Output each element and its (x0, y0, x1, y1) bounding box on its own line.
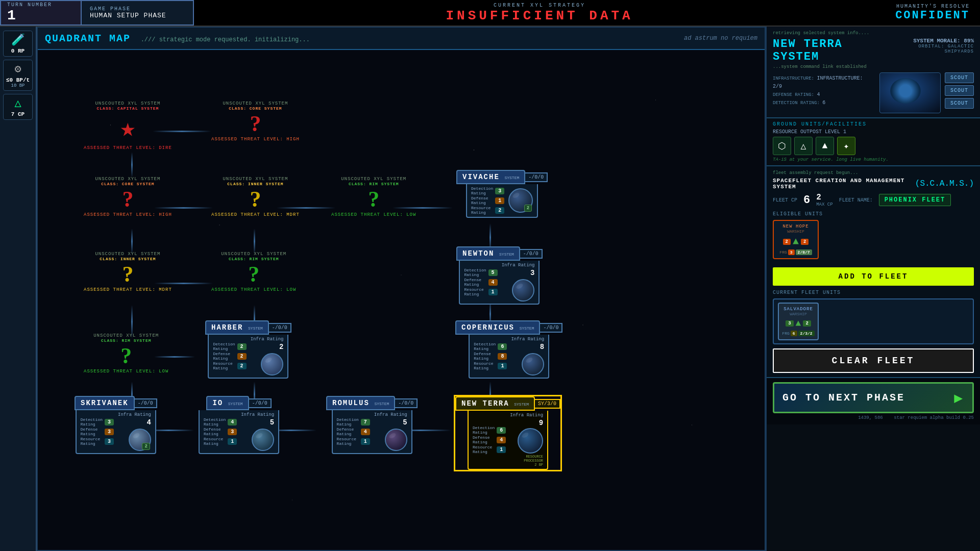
unscouted-sys-7[interactable]: UNSCOUTED XYL SYSTEM CLASS: RIM SYSTEM ?… (211, 252, 296, 292)
qmark-symbol-u8: ? (120, 345, 132, 367)
unscouted-sys-2[interactable]: UNSCOUTED XYL SYSTEM CLASS: CORE SYSTEM … (211, 101, 300, 142)
newton-detect: 5 (488, 269, 498, 276)
newton-resource: 1 (488, 289, 498, 295)
unscouted-sys-4[interactable]: UNSCOUTED XYL SYSTEM CLASS: INNER SYSTEM… (211, 177, 300, 217)
romulus-system[interactable]: ROMULUS SYSTEM -/0/0 DetectionRating7 De… (326, 396, 418, 454)
next-phase-arrow-icon: ▶ (954, 389, 964, 407)
skrivanek-system[interactable]: SKRIVANEK -/0/0 DetectionRating3 Defense… (75, 396, 157, 454)
scout-buttons: SCOUT SCOUT SCOUT (945, 72, 974, 109)
threat-u1: ASSESSED THREAT LEVEL: DIRE (84, 145, 172, 151)
newterra-detect: 6 (497, 427, 506, 434)
unscouted-sys-1[interactable]: UNSCOUTED XYL SYSTEM CLASS: CAPITAL SYST… (84, 101, 172, 151)
unscouted-sys-8[interactable]: UNSCOUTED XYL SYSTEM CLASS: RIM SYSTEM ?… (84, 333, 168, 374)
fleet-unit-card[interactable]: SALVADORE WARSHIP 3 ▲ 2 FRG 6 2/3/2 (773, 298, 974, 344)
copernicus-system[interactable]: COPERNICUS SYSTEM -/0/0 DetectionRating6… (455, 320, 562, 379)
romulus-sub: SYSTEM (374, 402, 389, 406)
romulus-body: DetectionRating7 DefenseRating4 Resource… (332, 410, 412, 454)
io-resource: 1 (228, 438, 237, 445)
fleet-name-val: PHOENIX FLEET (879, 194, 951, 206)
sys-class-u4: CLASS: INNER SYSTEM (223, 182, 288, 186)
add-to-fleet-button[interactable]: ADD TO FLEET (773, 267, 974, 286)
newterra-fleet: SY/3/0 (535, 399, 560, 409)
cp-value: 7 CP (11, 111, 24, 117)
eligible-unit-card[interactable]: NEW HOPE WARSHIP 2 ▲ 2 FRG 3 2/8/7 (773, 220, 819, 259)
newton-body: DetectionRating5 DefenseRating4 Resource… (459, 261, 540, 305)
fleet-name-label: FLEET NAME: (839, 197, 873, 203)
harber-detect: 2 (237, 343, 247, 350)
unit-frg-val: 3 (788, 249, 795, 255)
unscouted-sys-3[interactable]: UNSCOUTED XYL SYSTEM CLASS: CORE SYSTEM … (84, 177, 172, 217)
newterra-system[interactable]: NEW TERRA SYSTEM SY/3/0 DetectionRating6… (454, 395, 562, 471)
scams-panel: fleet assembly request begun... SPACEFLE… (767, 166, 980, 378)
left-sidebar: 🧪 0 RP ⚙ ≤0 BP/t 10 BP △ 7 CP (0, 27, 37, 551)
vivache-title: VIVACHE (462, 173, 500, 181)
fleet-unit-cp2: 2 (803, 320, 811, 327)
eligible-label: ELIGIBLE UNITS (773, 211, 974, 217)
map-subtitle: ./// strategic mode requested. initializ… (141, 36, 310, 43)
flask-icon: 🧪 (11, 33, 25, 47)
map-title-group: QUADRANT MAP ./// strategic mode request… (45, 33, 310, 44)
fleet-unit-triangle: ▲ (796, 318, 801, 329)
newton-system[interactable]: NEWTON SYSTEM -/0/0 DetectionRating5 Def… (456, 246, 543, 305)
io-planet: Infra Rating 5 (241, 412, 274, 451)
newton-header: NEWTON SYSTEM (456, 246, 520, 261)
fleet-unit-inner: SALVADORE WARSHIP 3 ▲ 2 FRG 6 2/3/2 (778, 303, 819, 340)
newterra-body: DetectionRating6 DefenseRating4 Resource… (468, 411, 548, 470)
phase-block: GAME PHASE HUMAN SETUP PHASE (82, 0, 194, 26)
threat-u6: ASSESSED THREAT LEVEL: MDRT (84, 287, 172, 292)
qmark-symbol-u6: ? (122, 263, 133, 286)
copernicus-detect: 6 (498, 343, 507, 350)
unit-card-bottom-stats: FRG 3 2/8/7 (779, 249, 812, 255)
detection-value: 6 (822, 100, 825, 106)
vivache-fleet: -/0/0 (525, 172, 548, 182)
unit-triangle-icon: ▲ (793, 236, 799, 247)
sys-class-u2: CLASS: CORE SYSTEM (223, 106, 288, 111)
sys-label-u2: UNSCOUTED XYL SYSTEM CLASS: CORE SYSTEM (223, 101, 288, 111)
sys-class-u8: CLASS: RIM SYSTEM (93, 338, 159, 343)
romulus-header: ROMULUS SYSTEM (326, 396, 395, 410)
io-system[interactable]: IO SYSTEM -/0/0 DetectionRating4 Defense… (199, 396, 279, 454)
skrivanek-planet: Infra Rating 4 2 (118, 412, 151, 451)
scout-button-1[interactable]: SCOUT (945, 72, 974, 83)
resolve-value: CONFIDENT (895, 9, 970, 22)
newton-title: NEWTON (462, 249, 494, 258)
unscouted-sys-6[interactable]: UNSCOUTED XYL SYSTEM CLASS: INNER SYSTEM… (84, 252, 172, 292)
clear-fleet-button[interactable]: CLEAR FLEET (773, 348, 974, 373)
newterra-planet: Infra Rating 9 RESOURCEPROCESSOR2 BP (510, 413, 543, 467)
next-phase-label: GO TO NEXT PHASE (782, 392, 905, 404)
fleet-unit-type: WARSHIP (790, 312, 807, 316)
harber-system[interactable]: HARBER SYSTEM -/0/0 DetectionRating2 Def… (205, 320, 291, 379)
fleet-unit-stats: 2/3/2 (798, 331, 815, 336)
copernicus-resource: 1 (498, 363, 507, 369)
qmark-symbol-u4: ? (250, 188, 261, 211)
scout-button-2[interactable]: SCOUT (945, 85, 974, 96)
unit-icon-1: ⬡ (773, 137, 791, 155)
unscouted-sys-5[interactable]: UNSCOUTED XYL SYSTEM CLASS: RIM SYSTEM ?… (331, 177, 416, 217)
facility-label: RESOURCE OUTPOST LEVEL 1 (773, 129, 974, 135)
vivache-stats: DetectionRating3 DefenseRating1 Resource… (471, 186, 504, 215)
romulus-detect: 7 (361, 419, 370, 425)
scout-button-3[interactable]: SCOUT (945, 98, 974, 109)
skrivanek-title: SKRIVANEK (81, 399, 129, 407)
unit-icons-row: ⬡ △ ▲ ✦ (773, 137, 974, 155)
romulus-defense: 4 (361, 429, 370, 435)
skrivanek-defense: 3 (105, 429, 114, 435)
fleet-unit-icon-area: SALVADORE WARSHIP 3 ▲ 2 FRG 6 2/3/2 (778, 303, 819, 340)
copernicus-fleet: -/0/0 (540, 323, 562, 333)
next-phase-button[interactable]: GO TO NEXT PHASE ▶ (773, 382, 974, 413)
current-fleet-label: CURRENT FLEET UNITS (773, 290, 974, 295)
rp-value: 0 RP (11, 48, 24, 54)
resolve-block: HUMANITY'S RESOLVE CONFIDENT (885, 0, 980, 26)
qmark-symbol-u7: ? (248, 263, 259, 286)
vivache-system[interactable]: VIVACHE SYSTEM -/0/0 DetectionRating3 De… (456, 170, 548, 218)
strategy-label: CURRENT XYL STRATEGY (494, 3, 585, 8)
newterra-stats: DetectionRating6 DefenseRating4 Resource… (473, 425, 506, 454)
newton-planet: Infra Rating 3 (502, 263, 535, 302)
eligible-units-row: NEW HOPE WARSHIP 2 ▲ 2 FRG 3 2/8/7 (773, 220, 974, 259)
copernicus-defense: 8 (498, 353, 507, 360)
unit-icon-4: ✦ (837, 137, 855, 155)
sys-label-u1: UNSCOUTED XYL SYSTEM CLASS: CAPITAL SYST… (95, 101, 160, 111)
map-canvas[interactable]: UNSCOUTED XYL SYSTEM CLASS: CAPITAL SYST… (38, 50, 765, 550)
threat-u3: ASSESSED THREAT LEVEL: HIGH (84, 212, 172, 217)
harber-header: HARBER SYSTEM (205, 320, 269, 335)
